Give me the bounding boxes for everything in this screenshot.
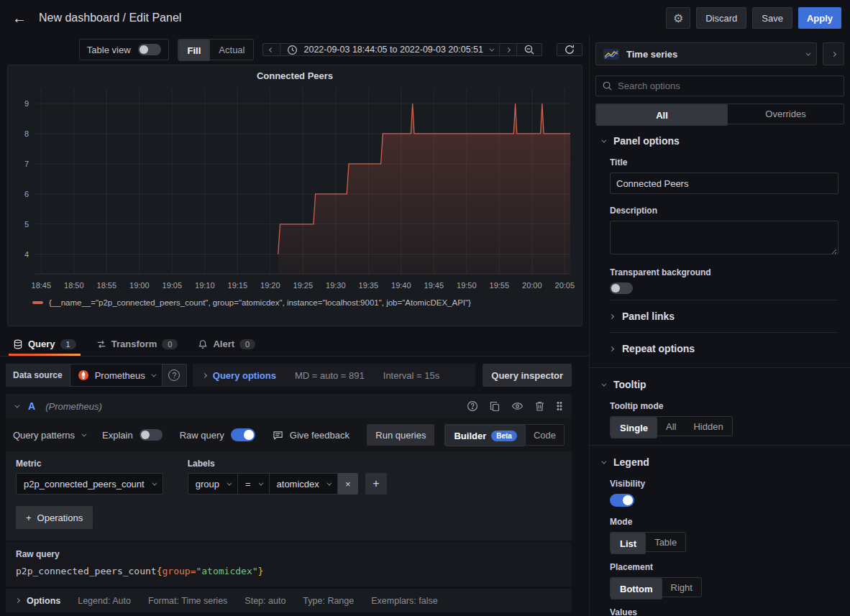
options-expander[interactable]: Options [16, 596, 60, 606]
label-value-select[interactable]: atomicdex [270, 473, 338, 495]
time-forward-button[interactable] [500, 43, 517, 56]
builder-option[interactable]: Builder Beta [445, 425, 525, 446]
tab-overrides[interactable]: Overrides [728, 104, 844, 124]
svg-text:19:25: 19:25 [293, 281, 314, 290]
label-key-value: group [196, 479, 219, 489]
datasource-help-button[interactable]: ? [163, 364, 187, 387]
series-fill [278, 104, 570, 274]
zoom-out-button[interactable] [517, 43, 542, 56]
chart-plot-area[interactable]: 45678918:4518:5018:5519:0019:0519:1019:1… [11, 84, 577, 301]
panel-links-header[interactable]: Panel links [610, 300, 838, 332]
tab-transform[interactable]: Transform 0 [89, 339, 186, 356]
option-format: Format: Time series [148, 596, 227, 606]
metric-select[interactable]: p2p_connected_peers_count [16, 473, 163, 495]
options-sidebar: Time series All Overrides Panel options … [589, 36, 850, 616]
editor-tabs: Query 1 Transform 0 Alert 0 [0, 331, 588, 357]
panel-title-input[interactable] [610, 173, 838, 194]
query-patterns-dropdown[interactable]: Query patterns [13, 430, 85, 441]
table-view-toggle[interactable] [138, 44, 161, 55]
legend-mode-label: Mode [610, 517, 838, 527]
time-range-button[interactable]: 2022-09-03 18:44:05 to 2022-09-03 20:05:… [280, 43, 500, 56]
help-circle-icon[interactable] [467, 400, 478, 412]
chart-title: Connected Peers [8, 65, 582, 81]
panel-options-header[interactable]: Panel options [601, 124, 838, 157]
raw-query-toggle[interactable] [231, 428, 255, 441]
chevron-down-icon [326, 480, 332, 485]
duplicate-icon[interactable] [489, 400, 501, 412]
back-arrow-icon[interactable]: ← [7, 6, 32, 30]
actual-option[interactable]: Actual [210, 40, 253, 60]
fill-option[interactable]: Fill [178, 40, 211, 61]
time-back-button[interactable] [262, 43, 280, 56]
repeat-options-header[interactable]: Repeat options [610, 333, 838, 364]
chevron-down-icon [489, 46, 494, 51]
chevron-down-icon [601, 381, 606, 386]
legend-swatch[interactable] [32, 301, 43, 304]
give-feedback-link[interactable]: Give feedback [273, 430, 349, 441]
search-options-row [595, 75, 844, 96]
raw-metric: p2p_connected_peers_count [16, 566, 157, 576]
tab-query[interactable]: Query 1 [6, 339, 83, 356]
tooltip-header[interactable]: Tooltip [601, 368, 838, 401]
svg-text:19:15: 19:15 [228, 281, 248, 290]
legend-header[interactable]: Legend [601, 446, 838, 479]
tooltip-mode-label: Tooltip mode [610, 401, 838, 411]
query-options-md: MD = auto = 891 [295, 370, 365, 381]
gear-icon: ⚙ [673, 12, 683, 25]
query-inspector-button[interactable]: Query inspector [483, 364, 572, 387]
legend-list-option[interactable]: List [611, 533, 646, 554]
time-series-icon [603, 49, 619, 60]
tab-all[interactable]: All [596, 104, 728, 126]
legend-mode-segment: List Table [610, 532, 686, 552]
add-label-button[interactable]: + [365, 473, 387, 495]
explain-toggle[interactable] [140, 429, 163, 441]
tooltip-all-option[interactable]: All [657, 417, 685, 436]
chevron-down-icon [227, 480, 232, 485]
transparent-bg-toggle[interactable] [610, 282, 633, 294]
remove-label-button[interactable]: × [338, 473, 358, 495]
datasource-select[interactable]: Prometheus [70, 364, 163, 387]
tooltip-single-option[interactable]: Single [611, 417, 657, 438]
tooltip-section: Tooltip Tooltip mode Single All Hidden [590, 368, 850, 442]
code-option[interactable]: Code [526, 425, 564, 445]
eye-icon[interactable] [511, 400, 524, 412]
tab-alert[interactable]: Alert 0 [191, 339, 262, 356]
table-view-label: Table view [87, 45, 131, 55]
plus-icon: + [26, 512, 32, 523]
tooltip-hidden-option[interactable]: Hidden [685, 417, 731, 436]
svg-text:19:45: 19:45 [424, 281, 444, 290]
drag-handle-icon[interactable] [556, 400, 563, 412]
legend-table-option[interactable]: Table [646, 533, 685, 551]
panel-description-textarea[interactable] [610, 221, 838, 254]
svg-text:20:05: 20:05 [555, 281, 575, 290]
all-overrides-tabs: All Overrides [595, 104, 844, 124]
collapse-sidebar-button[interactable] [823, 42, 844, 65]
search-options-input[interactable] [595, 75, 844, 96]
label-key-select[interactable]: group [188, 473, 238, 495]
add-operations-button[interactable]: + Operations [16, 506, 93, 529]
run-queries-button[interactable]: Run queries [367, 424, 434, 446]
transparent-bg-label: Transparent background [610, 267, 838, 277]
builder-label: Builder [454, 431, 486, 441]
discard-button[interactable]: Discard [696, 7, 746, 29]
trash-icon[interactable] [534, 400, 545, 412]
table-view-control: Table view [79, 39, 169, 60]
option-step: Step: auto [245, 596, 285, 606]
query-row-header[interactable]: A (Prometheus) [6, 394, 572, 418]
save-button[interactable]: Save [752, 7, 792, 29]
apply-button[interactable]: Apply [798, 7, 841, 29]
raw-query-control: Raw query [180, 428, 255, 441]
database-icon [13, 339, 23, 349]
settings-button[interactable]: ⚙ [666, 7, 690, 29]
query-options-link[interactable]: Query options [203, 370, 276, 381]
legend-visibility-toggle[interactable] [610, 494, 634, 507]
panel-options-section: Panel options Title Description Transpar… [590, 124, 850, 364]
legend-right-option[interactable]: Right [662, 578, 701, 597]
svg-text:7: 7 [24, 160, 29, 168]
beta-badge: Beta [491, 431, 517, 441]
refresh-button[interactable] [557, 43, 582, 56]
legend-bottom-option[interactable]: Bottom [611, 578, 662, 599]
label-operator-select[interactable]: = [238, 473, 270, 495]
viz-type-select[interactable]: Time series [595, 42, 817, 65]
legend-series-label[interactable]: {__name__="p2p_connected_peers_count", g… [49, 298, 471, 307]
